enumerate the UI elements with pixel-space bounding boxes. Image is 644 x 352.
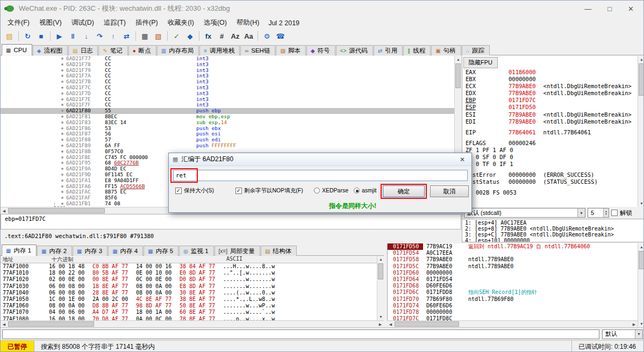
scroll-thumb[interactable] (455, 63, 461, 88)
unlock-checkbox[interactable]: 解锁 (611, 209, 632, 217)
spinner-arrows-icon[interactable]: ▲▼ (603, 209, 609, 217)
bottom-tab-内存 1[interactable]: ▦内存 1 (2, 245, 37, 256)
breakpoint-gutter[interactable] (1, 73, 66, 79)
breakpoint-gutter[interactable] (1, 91, 66, 97)
stack-vscrollbar[interactable]: ▲ ▼ (638, 243, 644, 327)
bottom-tab-内存 5[interactable]: ▦内存 5 (144, 246, 178, 256)
strings-icon[interactable]: Az (229, 30, 241, 42)
bottom-tab-内存 3[interactable]: ▦内存 3 (73, 246, 108, 256)
breakpoint-gutter[interactable] (1, 79, 66, 85)
register-row[interactable]: LastStatus00000000(STATUS_SUCCESS) (462, 178, 638, 185)
asmjit-radio[interactable]: asmjit (354, 187, 376, 193)
breakpoint-gutter[interactable] (1, 172, 66, 178)
breakpoint-gutter[interactable] (1, 137, 66, 143)
dump-vscrollbar[interactable]: ▲ ▼ (377, 256, 384, 320)
register-row[interactable]: EBP0171FD7C (462, 97, 638, 104)
dump-row[interactable]: 77AF102002 00 0E 0000 8E AF 770C 00 0E 0… (1, 276, 377, 283)
bottom-tab-内存 4[interactable]: ▦内存 4 (108, 246, 143, 256)
ok-button[interactable]: 确定 (383, 185, 425, 197)
breakpoint-gutter[interactable] (1, 56, 66, 62)
dump-row[interactable]: 77AF10501C 00 1E 002A 00 2C 004C 8E AF 7… (1, 296, 377, 303)
bottom-tab-结构体[interactable]: ▤结构体 (261, 246, 297, 256)
register-row[interactable]: ECX77B9ABE0<ntdll.DbgUiRemoteBreakin> (462, 83, 638, 90)
view-tab-句柄[interactable]: ▣句柄 (431, 45, 461, 55)
xedparse-radio[interactable]: XEDParse (314, 187, 348, 193)
check-icon[interactable]: ✓ (170, 30, 183, 42)
disasm-row[interactable]: 6AD21F7DCCint3 (1, 91, 454, 97)
stack-row[interactable]: 0171FD5077B9AC19返回到 ntdll.77B9AC19 自 ntd… (388, 243, 638, 250)
stack-row[interactable]: 0171FD5C77B9ABE0ntdll.77B9ABE0 (388, 263, 638, 270)
view-tab-引用[interactable]: ⇄引用 (374, 45, 403, 55)
cancel-button[interactable]: 取消 (430, 185, 469, 197)
dump-row[interactable]: 77AF107004 00 06 00A4 D7 AF 7718 00 1A 0… (1, 309, 377, 315)
breakpoint-gutter[interactable] (1, 114, 66, 120)
run-to-user-code-icon[interactable]: ⇄ (120, 30, 133, 42)
dump-row[interactable]: 77AF101018 00 22 0080 5B AF 770E 00 10 0… (1, 270, 377, 276)
dialog-close-icon[interactable]: ✕ (457, 156, 468, 163)
disasm-row[interactable]: 6AD21F8383EC 14sub esp,14 (1, 120, 454, 126)
keep-size-checkbox[interactable]: ✓ 保持大小(S) (175, 187, 214, 195)
pause-icon[interactable]: ‖ (67, 30, 79, 42)
command-input[interactable] (2, 329, 599, 339)
bottom-tab-内存 2[interactable]: ▦内存 2 (37, 246, 72, 256)
argument-row[interactable]: 3: [esp+C] 77B9ABE0 <ntdll.DbgUiRemoteBr… (465, 232, 642, 238)
maximize-button[interactable]: □ (607, 5, 612, 13)
step-into-icon[interactable]: ↓ (80, 30, 92, 42)
breakpoint-gutter[interactable] (1, 195, 66, 201)
breakpoint-gutter[interactable] (1, 68, 66, 74)
register-row[interactable]: EFLAGS00000246 (462, 140, 638, 147)
register-row[interactable]: ESP0171FD50 (462, 104, 638, 111)
dump-row[interactable]: 77AF106008 00 0A 00D8 8B AF 7798 8D AF 7… (1, 303, 377, 309)
scroll-thumb[interactable] (378, 263, 383, 279)
minimize-button[interactable]: — (584, 5, 591, 13)
breakpoint-gutter[interactable] (1, 102, 66, 108)
stack-row[interactable]: 0171FD5877B9ABE0ntdll.77B9ABE0 (388, 256, 638, 263)
breakpoint-gutter[interactable] (1, 149, 66, 155)
dump-row[interactable]: 77AF100016 00 18 48C0 8B AF 7714 00 00 1… (1, 263, 377, 270)
breakpoint-gutter[interactable] (1, 155, 66, 161)
stack-row[interactable]: 0171FD7800000000 (388, 309, 638, 315)
arguments-panel[interactable]: 1: [esp+4] A0C17EEA2: [esp+8] 77B9ABE0 <… (462, 219, 644, 242)
stack-row[interactable]: 0171FD7077B69F80ntdll.77B69F80 (388, 296, 638, 303)
functions-icon[interactable]: fx (202, 30, 214, 42)
disasm-row[interactable]: 6AD21F78CCint3 (1, 62, 454, 68)
assemble-input[interactable] (173, 170, 468, 181)
stack-row[interactable]: 0171FD6C0171FDD8指向SEH_Record[1]的指针 (388, 289, 638, 296)
register-row[interactable]: ESI77B9ABE0<ntdll.DbgUiRemoteBreakin> (462, 111, 638, 118)
breakpoint-gutter[interactable] (1, 97, 66, 103)
scroll-thumb[interactable] (639, 63, 644, 96)
view-tab-脚本[interactable]: ▨脚本 (276, 45, 305, 55)
breakpoints-toolbar-icon[interactable]: ▦ (139, 30, 151, 42)
view-tab-符号[interactable]: ◆符号 (306, 45, 335, 55)
view-tab-线程[interactable]: ∥线程 (403, 45, 431, 55)
breakpoint-gutter[interactable] (1, 131, 66, 137)
registers-panel[interactable]: 隐藏FPU EAX01186000EBX00000000ECX77B9ABE0<… (462, 56, 638, 207)
stack-row[interactable]: 0171FD6000000000 (388, 270, 638, 276)
text-search-icon[interactable]: Aa (242, 30, 255, 42)
register-row[interactable]: LastError00000000(ERROR_SUCCESS) (462, 171, 638, 178)
view-tab-流程图[interactable]: ◈流程图 (33, 45, 68, 55)
scroll-thumb[interactable] (639, 251, 644, 269)
breakpoint-gutter[interactable] (1, 143, 66, 149)
view-tab-CPU[interactable]: ▦CPU (2, 44, 32, 55)
menu-item[interactable]: 收藏夹(I) (163, 17, 199, 28)
menu-item[interactable]: 文件(F) (3, 17, 34, 28)
argument-row[interactable]: 2: [esp+8] 77B9ABE0 <ntdll.DbgUiRemoteBr… (465, 226, 642, 232)
stack-row[interactable]: 0171FD68D60FE6D6 (388, 283, 638, 289)
dump-row[interactable]: 77AF103006 00 08 0018 8E AF 7708 00 0A 0… (1, 283, 377, 290)
stack-row[interactable]: 0171FD640171FD54 (388, 276, 638, 283)
scroll-down-icon[interactable]: ▼ (638, 200, 644, 207)
scroll-up-icon[interactable]: ▲ (455, 56, 462, 63)
arg-count-spinner[interactable]: 5 ▲▼ (588, 208, 609, 218)
stack-row[interactable]: 0171FD54A0C17EEA (388, 250, 638, 256)
scroll-thumb[interactable] (8, 321, 94, 327)
breakpoint-gutter[interactable] (1, 189, 66, 195)
comments-icon[interactable]: # (216, 30, 228, 42)
breakpoint-gutter[interactable] (1, 126, 66, 132)
step-over-icon[interactable]: ↷ (94, 30, 106, 42)
view-tab-SEH链[interactable]: ∞SEH链 (240, 45, 275, 55)
view-tab-日志[interactable]: ▤日志 (68, 45, 98, 55)
profile-select[interactable]: 默认 ▼ (602, 329, 643, 339)
view-tab-断点[interactable]: ●断点 (128, 45, 156, 55)
step-out-icon[interactable]: ↑ (107, 30, 119, 42)
